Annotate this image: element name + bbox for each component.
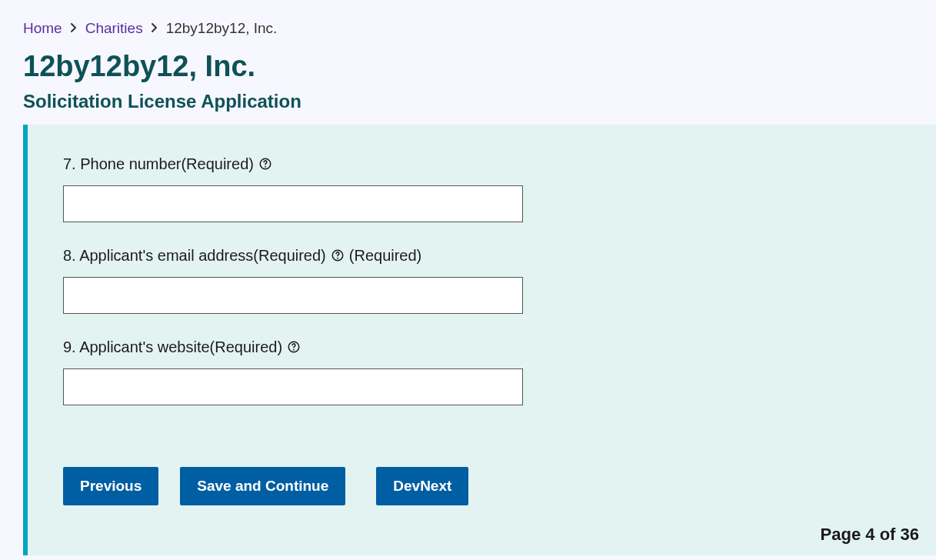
page-title: 12by12by12, Inc. (23, 49, 913, 85)
chevron-right-icon (151, 21, 158, 37)
help-icon[interactable] (258, 157, 272, 171)
form-panel: 7. Phone number(Required) 8. Applicant's… (23, 125, 936, 555)
page-subtitle: Solicitation License Application (23, 91, 913, 112)
form-label: 8. Applicant's email address(Required) (… (63, 247, 901, 265)
label-text: 7. Phone number(Required) (63, 155, 254, 173)
help-icon[interactable] (287, 340, 301, 354)
breadcrumb-charities[interactable]: Charities (85, 20, 143, 37)
button-row: Previous Save and Continue DevNext (63, 467, 901, 505)
label-extra: (Required) (349, 247, 421, 265)
svg-point-5 (293, 349, 295, 351)
previous-button[interactable]: Previous (63, 467, 158, 505)
chevron-right-icon (70, 21, 78, 37)
form-label: 7. Phone number(Required) (63, 155, 901, 173)
form-group-email: 8. Applicant's email address(Required) (… (63, 247, 901, 314)
breadcrumb: Home Charities 12by12by12, Inc. (0, 0, 936, 49)
form-group-phone: 7. Phone number(Required) (63, 155, 901, 222)
phone-input[interactable] (63, 185, 523, 222)
svg-point-1 (265, 166, 266, 168)
save-continue-button[interactable]: Save and Continue (180, 467, 345, 505)
form-label: 9. Applicant's website(Required) (63, 338, 901, 356)
breadcrumb-home[interactable]: Home (23, 20, 62, 37)
email-input[interactable] (63, 277, 523, 314)
page-indicator: Page 4 of 36 (821, 525, 919, 545)
page-header: 12by12by12, Inc. Solicitation License Ap… (0, 49, 936, 125)
help-icon[interactable] (331, 248, 345, 262)
label-text: 9. Applicant's website(Required) (63, 338, 282, 356)
devnext-button[interactable]: DevNext (376, 467, 468, 505)
form-group-website: 9. Applicant's website(Required) (63, 338, 901, 405)
label-text: 8. Applicant's email address(Required) (63, 247, 326, 265)
website-input[interactable] (63, 368, 523, 405)
svg-point-3 (337, 258, 338, 259)
breadcrumb-current: 12by12by12, Inc. (166, 20, 278, 37)
